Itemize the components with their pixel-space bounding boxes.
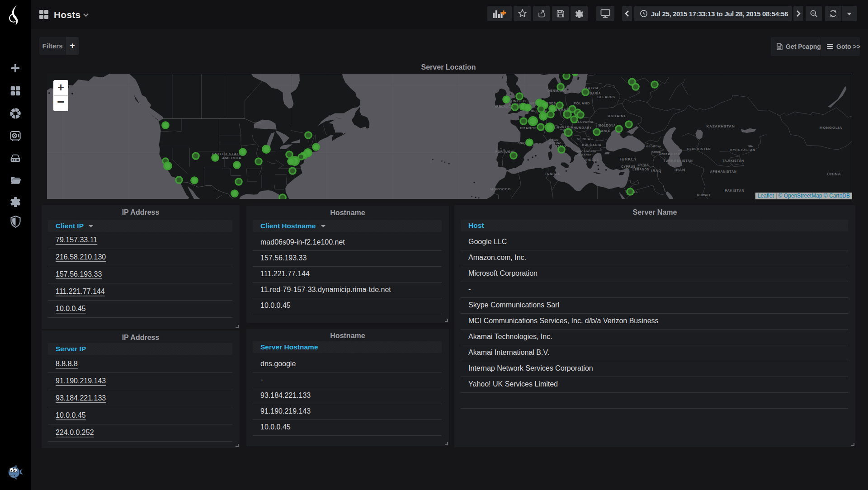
svg-text:IRELAND: IRELAND [495, 105, 512, 108]
svg-text:TURKMENISTAN: TURKMENISTAN [663, 159, 693, 162]
svg-text:FRANCE: FRANCE [520, 126, 537, 130]
svg-text:UKRAINE: UKRAINE [608, 114, 627, 118]
svg-text:IRAQ: IRAQ [651, 169, 661, 173]
svg-text:AUSTRIA: AUSTRIA [557, 125, 574, 128]
svg-text:KUWAIT: KUWAIT [697, 193, 711, 197]
svg-text:GEORGIA: GEORGIA [646, 145, 661, 148]
svg-text:SYRIA: SYRIA [637, 163, 649, 166]
svg-text:MONGOLIA: MONGOLIA [820, 126, 842, 130]
svg-text:MOLDOVA: MOLDOVA [599, 124, 616, 127]
svg-text:BULGARIA: BULGARIA [582, 143, 601, 146]
svg-text:TURKEY: TURKEY [619, 157, 637, 161]
svg-text:GREECE: GREECE [584, 158, 599, 161]
svg-text:BELARUS: BELARUS [597, 95, 615, 99]
svg-text:AZERBAIJAN: AZERBAIJAN [659, 153, 680, 155]
svg-text:PAKISTAN: PAKISTAN [725, 188, 745, 193]
svg-text:LEBANON: LEBANON [632, 168, 650, 171]
svg-text:POLAND: POLAND [574, 101, 590, 105]
svg-text:SAN: SAN [552, 139, 558, 141]
svg-text:CHINA: CHINA [827, 172, 841, 176]
svg-text:ALBANIA: ALBANIA [577, 153, 592, 156]
svg-text:TUNISIA: TUNISIA [545, 172, 560, 175]
svg-text:IRAN: IRAN [675, 168, 685, 172]
svg-text:HUNGARY: HUNGARY [574, 126, 592, 129]
svg-text:LATVIA: LATVIA [586, 86, 599, 90]
svg-text:DENMARK: DENMARK [547, 89, 566, 92]
svg-text:MACEDONIA: MACEDONIA [576, 150, 596, 153]
svg-text:MOROCCO: MOROCCO [490, 187, 511, 191]
svg-text:KYRGYZSTAN: KYRGYZSTAN [730, 148, 755, 151]
svg-text:KAZAKHSTAN: KAZAKHSTAN [707, 124, 735, 128]
svg-text:SERBIA: SERBIA [577, 137, 590, 141]
svg-text:AFGHANISTAN: AFGHANISTAN [710, 170, 736, 173]
svg-text:SLOVAKIA: SLOVAKIA [576, 120, 594, 123]
svg-text:TAJIKISTAN: TAJIKISTAN [722, 159, 744, 162]
svg-text:UZBEKISTAN: UZBEKISTAN [687, 147, 711, 151]
